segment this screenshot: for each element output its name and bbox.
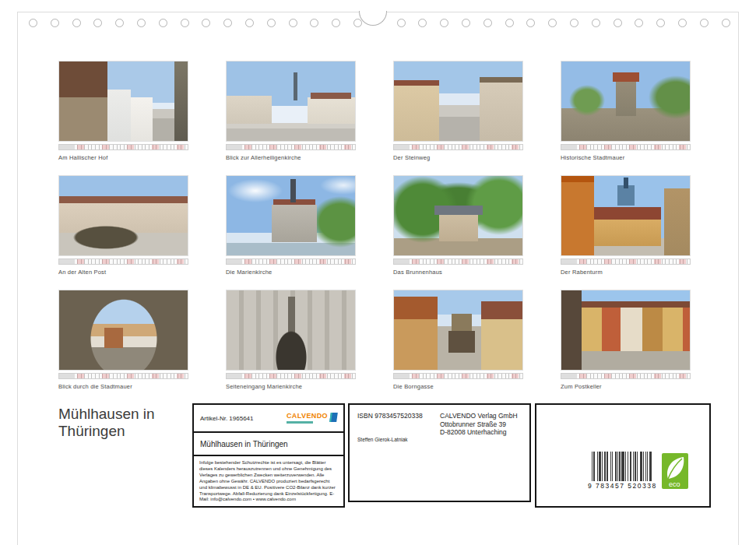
calendar-thumbnail: Blick zur Allerheiligenkirche — [226, 61, 356, 161]
product-info-box: Artikel-Nr. 1965641 CALVENDO Mühlhausen … — [192, 403, 345, 508]
calendar-thumbnail: Seiteneingang Marienkirche — [226, 290, 356, 390]
mini-calendar-strip — [226, 258, 356, 265]
binding-hole — [614, 19, 622, 27]
thumbnail-caption: Am Hallischer Hof — [58, 154, 188, 161]
calendar-thumbnail: Historische Stadtmauer — [561, 61, 691, 161]
calendar-title-cell: Mühlhausen in Thüringen — [194, 433, 343, 456]
binding-hole — [245, 19, 254, 27]
mini-calendar-strip — [226, 144, 356, 150]
calendar-thumbnail: Zum Postkeller — [561, 290, 691, 390]
page-title: Mühlhausen in Thüringen — [58, 406, 155, 441]
mini-calendar-strip — [58, 258, 188, 265]
article-number-cell: Artikel-Nr. 1965641 CALVENDO — [194, 405, 343, 433]
mini-calendar-strip — [393, 373, 523, 379]
thumbnail-photo — [393, 290, 523, 371]
thumbnail-photo — [561, 290, 691, 371]
eco-logo: eco — [662, 453, 688, 489]
calendar-title: Mühlhausen in Thüringen — [200, 440, 288, 448]
thumbnail-caption: Die Marienkirche — [226, 269, 356, 276]
binding-hole — [700, 19, 709, 27]
eco-label: eco — [669, 480, 680, 488]
calvendo-tagline-bar — [287, 421, 313, 424]
author-name: Steffen Gierok-Latniak — [357, 437, 429, 442]
thumbnail-caption: Blick durch die Stadtmauer — [58, 383, 188, 390]
publisher-line: D-82008 Unterhaching — [440, 428, 518, 437]
binding-hole — [570, 19, 578, 27]
calvendo-wordmark: CALVENDO — [287, 413, 328, 420]
page-title-line2: Thüringen — [58, 423, 155, 440]
thumbnail-photo — [58, 290, 188, 371]
thumbnail-photo — [58, 175, 188, 256]
calendar-thumbnail: Der Steinweg — [393, 61, 523, 161]
thumbnail-caption: Seiteneingang Marienkirche — [226, 383, 356, 390]
calendar-thumbnail: Blick durch die Stadtmauer — [58, 290, 188, 390]
calendar-thumbnail: Der Rabenturm — [561, 175, 691, 276]
thumbnail-photo — [226, 61, 356, 142]
binding-hole — [267, 19, 276, 27]
calvendo-logo: CALVENDO — [287, 413, 337, 424]
calendar-thumbnail: Am Hallischer Hof — [58, 61, 188, 161]
legal-text: Infolge bestehender Schutzrechte ist es … — [194, 456, 343, 507]
binding-hole — [51, 19, 59, 27]
binding-hole — [397, 19, 406, 27]
mini-calendar-strip — [561, 258, 691, 265]
thumbnail-grid: Am Hallischer Hof Blick zur Allerheilige… — [58, 61, 691, 390]
mini-calendar-strip — [58, 373, 188, 379]
barcode-bars — [592, 452, 652, 481]
binding-hole — [592, 19, 600, 27]
binding-hole — [289, 19, 297, 27]
page-title-line1: Mühlhausen in — [58, 406, 155, 423]
calendar-thumbnail: Das Brunnenhaus — [393, 175, 523, 276]
barcode-box: 9 783457 520338 eco — [535, 403, 711, 508]
thumbnail-photo — [561, 175, 691, 256]
publisher-address: CALVENDO Verlag GmbH Ottobrunner Straße … — [440, 412, 518, 494]
thumbnail-caption: Das Brunnenhaus — [393, 269, 523, 276]
thumbnail-caption: Der Steinweg — [393, 154, 523, 161]
calendar-thumbnail: Die Marienkirche — [226, 175, 356, 276]
thumbnail-caption: An der Alten Post — [58, 269, 188, 276]
binding-hole — [462, 19, 470, 27]
thumbnail-caption: Historische Stadtmauer — [561, 154, 691, 161]
thumbnail-caption: Zum Postkeller — [561, 383, 691, 390]
isbn-number: ISBN 9783457520338 — [357, 412, 429, 420]
binding-hole — [72, 19, 81, 27]
barcode-digits: 9 783457 520338 — [588, 482, 653, 490]
calvendo-wordmark-wrap: CALVENDO — [287, 413, 328, 424]
binding-hole — [722, 19, 730, 27]
calvendo-flag-icon — [329, 413, 338, 422]
binding-hole — [137, 19, 146, 27]
binding-hole — [181, 19, 189, 27]
publisher-line: Ottobrunner Straße 39 — [440, 420, 518, 429]
thumbnail-caption: Der Rabenturm — [561, 269, 691, 276]
publisher-line: CALVENDO Verlag GmbH — [440, 412, 518, 420]
binding-hole — [678, 19, 687, 27]
binding-hole — [505, 19, 514, 27]
thumbnail-photo — [226, 290, 356, 371]
mini-calendar-strip — [58, 144, 188, 150]
thumbnail-photo — [393, 175, 523, 256]
mini-calendar-strip — [561, 144, 691, 150]
thumbnail-caption: Die Borngasse — [393, 383, 523, 390]
isbn-author-column: ISBN 9783457520338 Steffen Gierok-Latnia… — [357, 412, 429, 494]
barcode: 9 783457 520338 — [588, 452, 653, 490]
binding-hole — [483, 19, 492, 27]
thumbnail-caption: Blick zur Allerheiligenkirche — [226, 154, 356, 161]
binding-hole — [353, 19, 362, 27]
calendar-thumbnail: Die Borngasse — [393, 290, 523, 390]
mini-calendar-strip — [561, 373, 691, 379]
calendar-thumbnail: An der Alten Post — [58, 175, 188, 276]
thumbnail-photo — [226, 175, 356, 256]
mini-calendar-strip — [226, 373, 356, 379]
mini-calendar-strip — [393, 258, 523, 265]
thumbnail-photo — [561, 61, 691, 142]
binding-hole — [29, 19, 37, 27]
mini-calendar-strip — [393, 144, 523, 150]
thumbnail-photo — [393, 61, 523, 142]
article-number: Artikel-Nr. 1965641 — [200, 415, 253, 422]
isbn-publisher-box: ISBN 9783457520338 Steffen Gierok-Latnia… — [348, 403, 531, 502]
binding-hole — [159, 19, 167, 27]
thumbnail-photo — [58, 61, 188, 142]
